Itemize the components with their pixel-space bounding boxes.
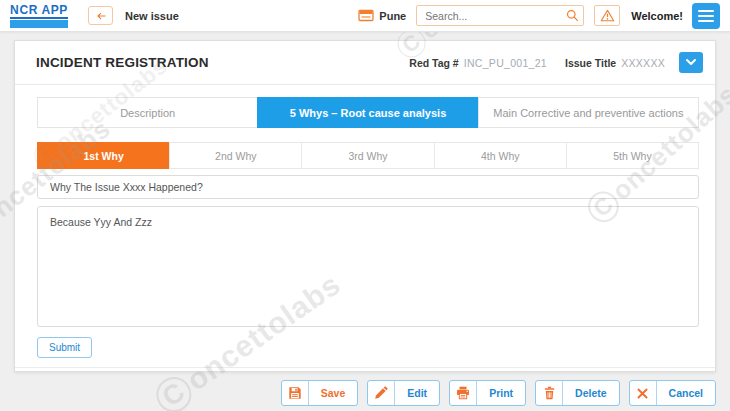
page-title: INCIDENT REGISTRATION [36, 55, 209, 70]
plant-icon [358, 9, 374, 22]
save-icon [282, 381, 309, 405]
search-icon[interactable] [566, 9, 579, 22]
edit-button[interactable]: Edit [367, 380, 440, 406]
why-question-input[interactable] [37, 175, 699, 199]
new-issue-label: New issue [125, 10, 179, 22]
save-button[interactable]: Save [281, 380, 359, 406]
why-tab-4[interactable]: 4th Why [434, 142, 567, 169]
ncr-app-logo[interactable]: NCR APP [10, 4, 68, 28]
alerts-button[interactable] [594, 5, 620, 26]
why-tab-bar: 1st Why 2nd Why 3rd Why 4th Why 5th Why [37, 142, 699, 169]
back-button[interactable] [88, 6, 113, 25]
incident-meta: Red Tag # INC_PU_001_21 Issue Title XXXX… [409, 52, 703, 73]
tab-5-whys[interactable]: 5 Whys – Root cause analysis [257, 97, 478, 128]
ncr-app-logo-bar [10, 20, 68, 28]
save-label: Save [309, 381, 358, 405]
why-tab-1[interactable]: 1st Why [37, 142, 170, 169]
menu-button[interactable] [692, 3, 720, 29]
issue-title-label: Issue Title [565, 57, 616, 69]
plant-selector[interactable]: Pune [358, 9, 406, 22]
why-answer-textarea[interactable]: Because Yyy And Zzz [37, 206, 699, 327]
card-footer-divider [15, 367, 715, 368]
ncr-app-logo-text: NCR APP [10, 4, 68, 19]
cancel-label: Cancel [657, 381, 715, 405]
pencil-icon [368, 381, 395, 405]
red-tag-value: INC_PU_001_21 [464, 57, 547, 69]
chevron-down-icon [685, 58, 697, 67]
incident-card-body: Description 5 Whys – Root cause analysis… [15, 85, 715, 368]
hamburger-icon [698, 10, 714, 12]
search-box [416, 5, 584, 26]
print-button[interactable]: Print [449, 380, 526, 406]
why-tab-5[interactable]: 5th Why [566, 142, 699, 169]
cancel-button[interactable]: Cancel [629, 380, 716, 406]
action-bar: Save Edit Print Delete Cancel [14, 380, 716, 406]
submit-button[interactable]: Submit [37, 337, 92, 358]
why-tab-3[interactable]: 3rd Why [301, 142, 434, 169]
printer-icon [450, 381, 477, 405]
tab-corrective-actions[interactable]: Main Corrective and preventive actions [478, 97, 699, 128]
arrow-left-icon [94, 10, 108, 22]
delete-label: Delete [563, 381, 619, 405]
expand-button[interactable] [679, 52, 703, 73]
issue-title-value: XXXXXX [621, 57, 665, 69]
trash-icon [536, 381, 563, 405]
edit-label: Edit [395, 381, 439, 405]
print-label: Print [477, 381, 525, 405]
welcome-label: Welcome! [631, 10, 683, 22]
incident-card: INCIDENT REGISTRATION Red Tag # INC_PU_0… [14, 40, 716, 372]
incident-card-header: INCIDENT REGISTRATION Red Tag # INC_PU_0… [15, 41, 715, 85]
search-input[interactable] [417, 10, 566, 22]
delete-button[interactable]: Delete [535, 380, 620, 406]
warning-icon [600, 9, 615, 22]
tab-description[interactable]: Description [37, 97, 258, 128]
app-header: NCR APP New issue Pune Welcome! [0, 0, 730, 32]
why-tab-2[interactable]: 2nd Why [169, 142, 302, 169]
tab-bar: Description 5 Whys – Root cause analysis… [37, 97, 699, 128]
plant-label: Pune [379, 10, 406, 22]
close-icon [630, 381, 657, 405]
red-tag-label: Red Tag # [409, 57, 458, 69]
